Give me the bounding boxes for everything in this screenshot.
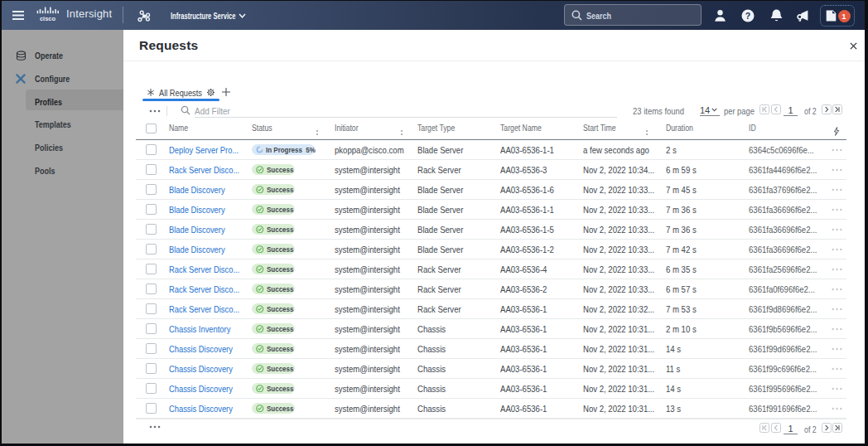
svg-text:?: ? <box>745 10 750 20</box>
svg-text:cisco: cisco <box>40 15 56 22</box>
